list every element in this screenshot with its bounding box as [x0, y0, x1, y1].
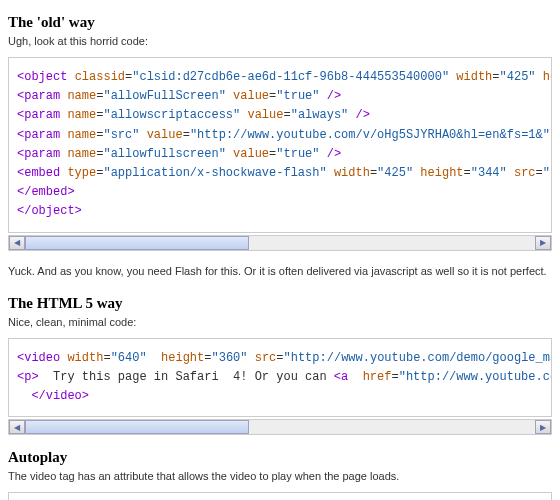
code-token-txt: =: [276, 351, 283, 365]
code-token-txt: [226, 89, 233, 103]
code-token-txt: [17, 389, 31, 403]
section-after-text: Yuck. And as you know, you need Flash fo…: [8, 265, 552, 277]
horizontal-scrollbar[interactable]: ◀▶: [8, 235, 552, 251]
code-token-tag: <a: [334, 370, 348, 384]
code-token-tag: />: [327, 147, 341, 161]
code-token-tag: />: [356, 108, 370, 122]
scroll-left-arrow-icon[interactable]: ◀: [9, 420, 25, 434]
code-token-attr: src: [514, 166, 536, 180]
code-token-txt: [320, 147, 327, 161]
code-token-attr: name: [67, 89, 96, 103]
code-token-val: "src": [103, 128, 139, 142]
code-token-txt: [327, 166, 334, 180]
code-token-val: "always": [291, 108, 349, 122]
code-token-attr: width: [456, 70, 492, 84]
code-token-attr: width: [67, 351, 103, 365]
code-token-attr: value: [233, 89, 269, 103]
code-token-val: "http://www.youtube.com/d: [399, 370, 552, 384]
code-token-val: "application/x-shockwave-flash": [103, 166, 326, 180]
code-token-txt: [348, 370, 362, 384]
code-token-attr: height: [161, 351, 204, 365]
code-token-val: "clsid:d27cdb6e-ae6d-11cf-96b8-444553540…: [132, 70, 449, 84]
code-token-txt: =: [183, 128, 190, 142]
scroll-track[interactable]: [25, 420, 535, 434]
section-subtitle: The video tag has an attribute that allo…: [8, 470, 552, 482]
code-token-attr: name: [67, 108, 96, 122]
horizontal-scrollbar[interactable]: ◀▶: [8, 419, 552, 435]
scroll-thumb[interactable]: [25, 236, 249, 250]
code-token-tag: <embed: [17, 166, 60, 180]
section-subtitle: Nice, clean, minimal code:: [8, 316, 552, 328]
code-token-tag: </embed>: [17, 185, 75, 199]
code-token-txt: [147, 351, 161, 365]
code-token-txt: =: [103, 351, 110, 365]
code-token-val: "640": [111, 351, 147, 365]
code-token-attr: width: [334, 166, 370, 180]
code-token-txt: =: [283, 108, 290, 122]
code-token-tag: <param: [17, 89, 60, 103]
code-token-val: "http://www.youtube.com/v/oHg5SJYRHA0&hl…: [190, 128, 550, 142]
code-token-val: "allowFullScreen": [103, 89, 225, 103]
scroll-left-arrow-icon[interactable]: ◀: [9, 236, 25, 250]
code-token-txt: [139, 128, 146, 142]
code-token-val: "htt: [543, 166, 552, 180]
code-token-tag: <p>: [17, 370, 39, 384]
section-heading: Autoplay: [8, 449, 552, 466]
code-token-val: "true": [276, 147, 319, 161]
code-token-tag: />: [327, 89, 341, 103]
section-heading: The 'old' way: [8, 14, 552, 31]
code-token-attr: href: [363, 370, 392, 384]
code-token-val: "360": [211, 351, 247, 365]
code-token-txt: Try this page in Safari 4! Or you can: [39, 370, 334, 384]
code-token-txt: [67, 70, 74, 84]
code-token-val: "http://www.youtube.com/demo/google_main: [284, 351, 552, 365]
section-heading: The HTML 5 way: [8, 295, 552, 312]
code-token-tag: </object>: [17, 204, 82, 218]
code-token-attr: heig: [543, 70, 552, 84]
code-token-attr: name: [67, 128, 96, 142]
code-token-tag: <param: [17, 108, 60, 122]
code-token-attr: src: [255, 351, 277, 365]
code-token-txt: [348, 108, 355, 122]
section-subtitle: Ugh, look at this horrid code:: [8, 35, 552, 47]
code-token-txt: [550, 128, 552, 142]
code-token-attr: type: [67, 166, 96, 180]
code-token-attr: height: [420, 166, 463, 180]
code-token-val: "true": [276, 89, 319, 103]
scroll-right-arrow-icon[interactable]: ▶: [535, 236, 551, 250]
code-token-txt: =: [492, 70, 499, 84]
code-block: <video width="640" height="360" src="htt…: [8, 338, 552, 418]
code-block: <video src="abc.mov" autoplay>: [8, 492, 552, 500]
code-token-tag: <object: [17, 70, 67, 84]
code-token-val: "425": [377, 166, 413, 180]
code-token-attr: value: [147, 128, 183, 142]
code-block: <object classid="clsid:d27cdb6e-ae6d-11c…: [8, 57, 552, 233]
code-token-txt: [507, 166, 514, 180]
code-token-txt: [226, 147, 233, 161]
scroll-track[interactable]: [25, 236, 535, 250]
code-token-tag: <video: [17, 351, 60, 365]
code-token-val: "allowfullscreen": [103, 147, 225, 161]
code-token-tag: <param: [17, 128, 60, 142]
code-token-txt: [536, 70, 543, 84]
code-token-attr: value: [233, 147, 269, 161]
code-token-val: "344": [471, 166, 507, 180]
code-token-txt: [248, 351, 255, 365]
code-token-txt: =: [464, 166, 471, 180]
code-token-tag: </video>: [31, 389, 89, 403]
code-token-attr: value: [247, 108, 283, 122]
scroll-right-arrow-icon[interactable]: ▶: [535, 420, 551, 434]
code-token-txt: [320, 89, 327, 103]
code-token-attr: classid: [75, 70, 125, 84]
code-token-val: "allowscriptaccess": [103, 108, 240, 122]
code-token-attr: name: [67, 147, 96, 161]
scroll-thumb[interactable]: [25, 420, 249, 434]
code-token-val: "425": [500, 70, 536, 84]
code-token-tag: <param: [17, 147, 60, 161]
code-token-txt: =: [536, 166, 543, 180]
code-token-txt: =: [391, 370, 398, 384]
